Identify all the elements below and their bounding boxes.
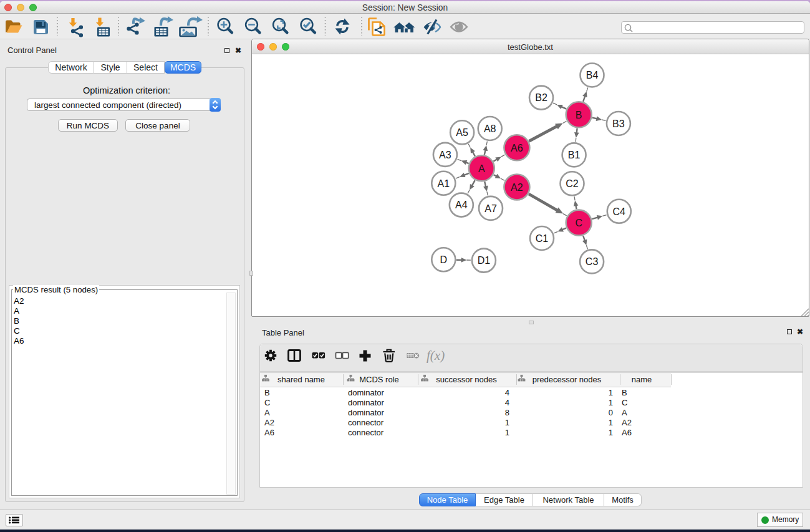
svg-text:A: A [478, 163, 485, 174]
svg-text:B3: B3 [612, 118, 625, 129]
svg-text:C4: C4 [613, 206, 626, 217]
svg-text:f(x): f(x) [427, 348, 445, 363]
svg-text:A3: A3 [439, 150, 451, 160]
svg-text:A6: A6 [511, 143, 523, 153]
svg-text:C: C [575, 218, 582, 228]
svg-text:D: D [440, 254, 448, 265]
svg-text:A7: A7 [485, 203, 497, 214]
svg-text:A5: A5 [456, 127, 468, 138]
svg-text:A1: A1 [438, 178, 450, 189]
svg-text:A2: A2 [511, 182, 523, 193]
svg-text:D1: D1 [478, 255, 491, 266]
svg-text:B2: B2 [535, 92, 547, 103]
svg-text:B1: B1 [568, 150, 581, 160]
svg-text:C3: C3 [586, 256, 599, 267]
svg-text:C2: C2 [566, 178, 579, 189]
svg-text:B4: B4 [586, 70, 599, 80]
svg-text:B: B [576, 110, 582, 120]
svg-text:C1: C1 [536, 233, 549, 244]
svg-text:A8: A8 [484, 123, 496, 134]
svg-text:A4: A4 [455, 200, 468, 210]
